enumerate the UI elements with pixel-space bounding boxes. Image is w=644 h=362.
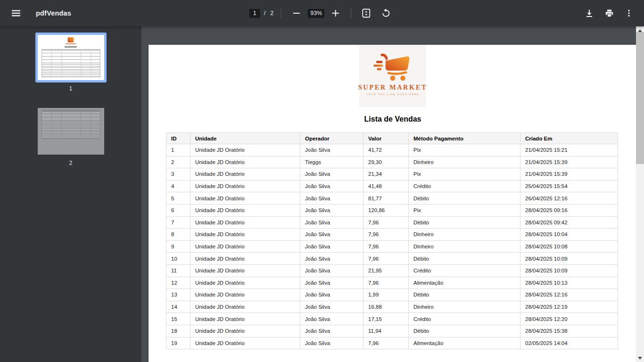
table-cell: 28/04/2025 10:04 <box>520 229 618 241</box>
table-row: 1Unidade JD OratórioJoão Silva41,72Pix21… <box>166 144 618 156</box>
table-cell: João Silva <box>300 277 363 289</box>
table-cell: 19 <box>166 337 190 349</box>
table-cell: Dinheiro <box>409 229 520 241</box>
hamburger-icon <box>11 8 21 18</box>
thumbnail-page-2[interactable]: 2 <box>35 99 107 173</box>
table-cell: Pix <box>409 204 520 216</box>
rotate-button[interactable] <box>378 5 395 22</box>
page-title: Lista de Vendas <box>149 115 637 123</box>
table-cell: João Silva <box>300 301 363 313</box>
table-cell: 7,96 <box>363 216 409 229</box>
table-cell: Débito <box>409 216 520 229</box>
table-cell: 7,96 <box>363 253 409 265</box>
table-cell: 8 <box>166 229 190 241</box>
download-button[interactable] <box>581 5 598 22</box>
thumbnail-page-1[interactable]: 1 <box>35 33 107 99</box>
table-cell: 21/04/2025 15:39 <box>520 156 618 168</box>
brand-tagline: YOUR TAG LINE GOES HERE <box>366 93 419 96</box>
print-button[interactable] <box>601 5 618 22</box>
table-cell: 21,95 <box>363 264 409 277</box>
table-cell: 28/04/2025 10:09 <box>520 264 618 277</box>
pdf-viewer-area: SUPER MARKET YOUR TAG LINE GOES HERE Lis… <box>141 26 644 362</box>
table-cell: 1 <box>166 144 190 156</box>
table-cell: 7,96 <box>363 229 409 241</box>
zoom-level-input[interactable] <box>308 9 324 18</box>
table-cell: 21,34 <box>363 168 409 181</box>
table-cell: 9 <box>166 240 190 253</box>
thumbnail-label-1: 1 <box>69 85 73 92</box>
page-number-input[interactable] <box>249 9 260 18</box>
table-cell: Pix <box>409 144 520 156</box>
table-row: 7Unidade JD OratórioJoão Silva7,96Débito… <box>166 216 618 229</box>
thumbnail-frame <box>35 99 107 157</box>
zoom-in-button[interactable] <box>327 5 344 22</box>
table-row: 12Unidade JD OratórioJoão Silva7,96Alime… <box>166 277 618 289</box>
more-options-button[interactable] <box>620 5 637 22</box>
table-row: 9Unidade JD OratórioJoão Silva7,96Dinhei… <box>166 240 618 253</box>
vertical-scrollbar[interactable] <box>636 26 644 362</box>
table-cell: 16,88 <box>363 301 409 313</box>
table-cell: Dinheiro <box>409 240 520 253</box>
table-cell: 28/04/2025 09:42 <box>520 216 618 229</box>
table-cell: 11 <box>166 264 190 277</box>
supermarket-logo: SUPER MARKET YOUR TAG LINE GOES HERE <box>359 45 426 107</box>
table-row: 18Unidade JD OratórioJoão Silva11,94Débi… <box>166 325 618 337</box>
table-cell: 17,15 <box>363 313 409 325</box>
toolbar-divider <box>281 8 281 18</box>
pdf-page-1: SUPER MARKET YOUR TAG LINE GOES HERE Lis… <box>149 45 637 362</box>
table-cell: Alimentação <box>409 337 520 349</box>
table-cell: 29,30 <box>363 156 409 168</box>
table-cell: Unidade JD Oratório <box>190 204 300 216</box>
thumbnail-sidebar: 1 2 <box>0 26 141 362</box>
table-cell: Unidade JD Oratório <box>190 144 300 156</box>
download-icon <box>585 9 594 17</box>
table-cell: Débito <box>409 289 520 301</box>
sales-table: IDUnidadeOperadorValorMétodo PagamentoCr… <box>166 132 618 349</box>
table-cell: 7,96 <box>363 337 409 349</box>
table-cell: Dinheiro <box>409 156 520 168</box>
rotate-ccw-icon <box>381 8 391 18</box>
table-cell: 25/04/2025 15:54 <box>520 180 618 192</box>
table-cell: Pix <box>409 168 520 181</box>
table-cell: 11,94 <box>363 325 409 337</box>
table-cell: João Silva <box>300 216 363 229</box>
table-row: 6Unidade JD OratórioJoão Silva120,86Pix2… <box>166 204 618 216</box>
table-cell: João Silva <box>300 204 363 216</box>
table-cell: João Silva <box>300 289 363 301</box>
sales-table-body: 1Unidade JD OratórioJoão Silva41,72Pix21… <box>166 144 618 349</box>
pdf-toolbar: pdfVendas / 2 <box>0 0 644 26</box>
column-header: Valor <box>363 133 409 144</box>
zoom-out-button[interactable] <box>288 5 305 22</box>
scrollbar-thumb[interactable] <box>636 32 644 164</box>
table-cell: 21/04/2025 15:39 <box>520 168 618 181</box>
fit-to-page-button[interactable] <box>358 5 375 22</box>
table-row: 19Unidade JD OratórioJoão Silva7,96Alime… <box>166 337 618 349</box>
table-cell: Unidade JD Oratório <box>190 180 300 192</box>
table-row: 5Unidade JD OratórioJoão Silva81,77Débit… <box>166 192 618 205</box>
table-row: 8Unidade JD OratórioJoão Silva7,96Dinhei… <box>166 229 618 241</box>
column-header: Método Pagamento <box>409 133 520 144</box>
table-cell: 28/04/2025 15:38 <box>520 325 618 337</box>
table-cell: 2 <box>166 156 190 168</box>
table-cell: 12 <box>166 277 190 289</box>
print-icon <box>605 9 614 18</box>
table-cell: 21/04/2025 15:21 <box>520 144 618 156</box>
menu-button[interactable] <box>8 5 25 22</box>
table-cell: Unidade JD Oratório <box>190 229 300 241</box>
plus-icon <box>332 9 339 17</box>
mini-logo <box>68 37 74 42</box>
table-cell: Unidade JD Oratório <box>190 253 300 265</box>
table-cell: João Silva <box>300 313 363 325</box>
scrollbar-down-arrow[interactable] <box>636 354 644 362</box>
document-title: pdfVendas <box>36 9 71 17</box>
table-cell: 4 <box>166 180 190 192</box>
table-cell: Unidade JD Oratório <box>190 325 300 337</box>
table-cell: Unidade JD Oratório <box>190 192 300 205</box>
table-cell: 41,48 <box>363 180 409 192</box>
table-cell: João Silva <box>300 325 363 337</box>
table-row: 3Unidade JD OratórioJoão Silva21,34Pix21… <box>166 168 618 181</box>
table-cell: João Silva <box>300 168 363 181</box>
table-cell: João Silva <box>300 180 363 192</box>
table-cell: Unidade JD Oratório <box>190 277 300 289</box>
table-cell: Crédito <box>409 180 520 192</box>
